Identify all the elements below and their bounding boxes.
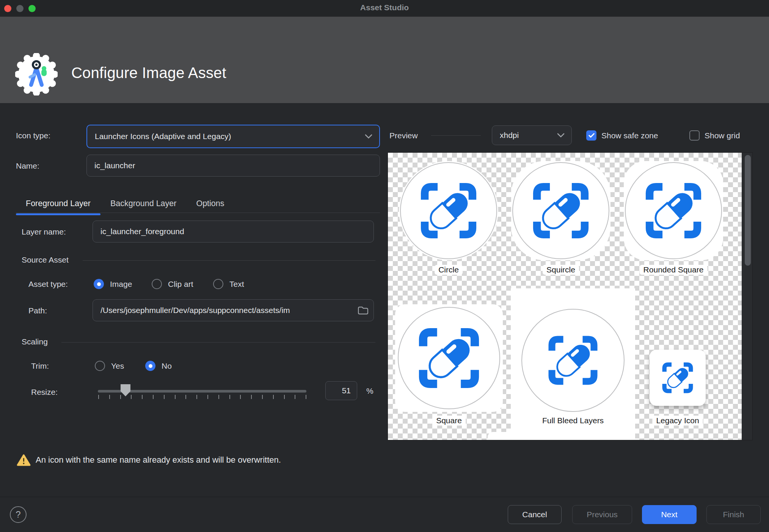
next-button[interactable]: Next bbox=[642, 505, 697, 524]
radio-image[interactable] bbox=[94, 279, 104, 289]
radio-text-label: Text bbox=[229, 280, 244, 289]
name-field-wrap bbox=[86, 155, 380, 177]
path-input[interactable] bbox=[93, 300, 358, 321]
help-button[interactable]: ? bbox=[10, 506, 27, 523]
capsule-scan-icon bbox=[414, 323, 484, 393]
warning-icon bbox=[17, 454, 31, 466]
warning-text: An icon with the same name already exist… bbox=[36, 455, 281, 465]
layer-name-label: Layer name: bbox=[22, 227, 66, 236]
resize-value-input[interactable] bbox=[326, 382, 357, 400]
window-titlebar: Asset Studio bbox=[0, 0, 769, 17]
show-grid-checkbox[interactable] bbox=[689, 130, 700, 141]
layer-name-field-wrap bbox=[93, 221, 374, 243]
icon-type-select[interactable]: Launcher Icons (Adaptive and Legacy) bbox=[86, 125, 380, 148]
preview-shape-legacy bbox=[650, 350, 706, 406]
preview-label: Preview bbox=[389, 131, 418, 140]
preview-cell-label: Circle bbox=[435, 265, 463, 275]
preview-cell-label: Legacy Icon bbox=[652, 416, 703, 426]
show-grid-label: Show grid bbox=[705, 131, 740, 140]
folder-icon[interactable] bbox=[358, 306, 368, 315]
resize-slider-ticks bbox=[98, 395, 306, 399]
previous-button[interactable]: Previous bbox=[572, 505, 632, 524]
preview-shape-square bbox=[395, 304, 503, 412]
scaling-divider bbox=[61, 342, 375, 343]
footer-divider bbox=[0, 497, 769, 497]
radio-clip-art-label: Clip art bbox=[168, 280, 193, 289]
preview-canvas: Circle Squircle Rounded Square Square Fu… bbox=[388, 153, 742, 440]
capsule-scan-icon bbox=[641, 178, 706, 243]
capsule-scan-icon bbox=[660, 360, 695, 396]
preview-cell-label: Squircle bbox=[543, 265, 579, 275]
path-field-wrap bbox=[93, 299, 374, 321]
name-label: Name: bbox=[16, 161, 39, 171]
android-studio-icon bbox=[15, 53, 58, 95]
preview-shape-partial bbox=[488, 432, 562, 440]
layer-name-input[interactable] bbox=[93, 221, 374, 242]
capsule-scan-icon bbox=[416, 178, 481, 243]
radio-trim-no-label: No bbox=[162, 361, 172, 371]
tabs-divider bbox=[16, 213, 380, 213]
resize-value-wrap bbox=[325, 381, 357, 400]
radio-text[interactable] bbox=[213, 279, 223, 289]
preview-shape-circle bbox=[399, 161, 498, 260]
chevron-down-icon bbox=[365, 134, 372, 139]
preview-cell-label: Rounded Square bbox=[640, 265, 708, 275]
radio-trim-no[interactable] bbox=[145, 361, 155, 371]
radio-trim-yes-label: Yes bbox=[111, 361, 124, 371]
radio-clip-art[interactable] bbox=[152, 279, 162, 289]
chevron-down-icon bbox=[557, 133, 565, 138]
radio-trim-yes[interactable] bbox=[95, 361, 105, 371]
preview-cell-label: Full Bleed Layers bbox=[538, 416, 607, 426]
show-safe-zone-checkbox[interactable] bbox=[586, 130, 596, 141]
tab-background-layer[interactable]: Background Layer bbox=[100, 194, 187, 213]
show-safe-zone-label: Show safe zone bbox=[601, 131, 658, 140]
source-asset-section-title: Source Asset bbox=[22, 255, 69, 264]
density-select[interactable]: xhdpi bbox=[492, 125, 572, 145]
path-label: Path: bbox=[28, 306, 47, 315]
preview-divider bbox=[431, 135, 481, 136]
cancel-button[interactable]: Cancel bbox=[508, 505, 562, 524]
preview-panel: Circle Squircle Rounded Square Square Fu… bbox=[388, 152, 753, 440]
asset-type-label: Asset type: bbox=[28, 280, 68, 289]
finish-button[interactable]: Finish bbox=[706, 505, 761, 524]
tab-foreground-layer[interactable]: Foreground Layer bbox=[16, 194, 100, 213]
resize-label: Resize: bbox=[31, 388, 58, 397]
preview-scrollbar[interactable] bbox=[745, 155, 751, 266]
capsule-scan-icon bbox=[529, 178, 593, 243]
density-value: xhdpi bbox=[500, 131, 519, 140]
capsule-scan-icon bbox=[545, 332, 601, 389]
source-asset-divider bbox=[83, 260, 375, 261]
dialog-header: Configure Image Asset bbox=[0, 17, 769, 103]
preview-shape-rounded-square bbox=[624, 161, 723, 260]
icon-type-label: Icon type: bbox=[16, 131, 50, 140]
icon-type-value: Launcher Icons (Adaptive and Legacy) bbox=[95, 132, 231, 141]
tab-options[interactable]: Options bbox=[186, 194, 234, 213]
check-icon bbox=[589, 133, 595, 138]
preview-cell-label: Square bbox=[432, 416, 466, 426]
page-title: Configure Image Asset bbox=[71, 64, 226, 81]
percent-label: % bbox=[366, 386, 374, 396]
trim-label: Trim: bbox=[31, 361, 49, 371]
scaling-section-title: Scaling bbox=[22, 337, 48, 346]
radio-image-label: Image bbox=[110, 280, 132, 289]
layer-tabs: Foreground Layer Background Layer Option… bbox=[16, 194, 234, 213]
name-input[interactable] bbox=[87, 155, 380, 176]
help-label: ? bbox=[16, 509, 20, 520]
window-title: Asset Studio bbox=[0, 3, 769, 12]
preview-shape-squircle bbox=[511, 161, 610, 260]
